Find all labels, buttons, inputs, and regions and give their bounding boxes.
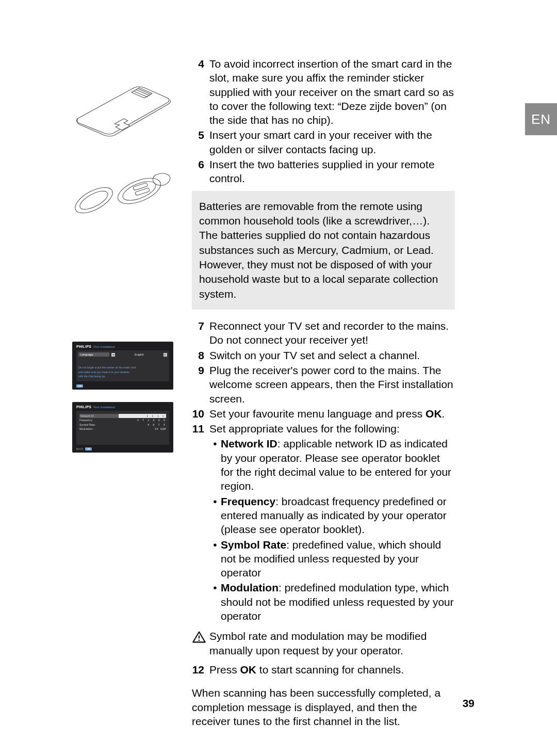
tv-param-value: 6 8 7 5 [119, 423, 166, 427]
svg-rect-4 [133, 183, 148, 190]
tv-screen-title: First Installation [93, 345, 115, 348]
step-number: 6 [192, 157, 209, 186]
step-number: 11 [192, 422, 209, 436]
step-text: Switch on your TV set and select a chann… [209, 348, 455, 362]
step-text: To avoid incorrect insertion of the smar… [209, 57, 455, 127]
tv-screen-title: First Installation [93, 406, 115, 409]
step-number: 12 [192, 663, 209, 677]
warning-text: Symbol rate and modulation may be modifi… [209, 629, 455, 657]
tv-ok-hint: OK [85, 447, 92, 451]
warning-icon [192, 629, 209, 648]
svg-point-7 [199, 640, 200, 641]
step-number: 7 [192, 319, 209, 347]
list-item: • Network ID: applicable network ID as i… [192, 437, 455, 493]
right-arrow-icon: ► [163, 353, 167, 357]
tv-param-value: 1 1 1 1 [119, 414, 166, 418]
svg-rect-5 [135, 188, 150, 196]
tv-screenshot-language: PHILIPS First Installation Language ◄ En… [72, 342, 173, 390]
tv-param-label: Network ID: [79, 414, 119, 418]
tv-screenshot-params: PHILIPS First Installation Network ID: 1… [72, 402, 173, 453]
list-item: • Modulation: predefined modulation type… [192, 581, 455, 623]
step-number: 8 [192, 348, 209, 362]
tv-brand: PHILIPS [76, 405, 91, 409]
tv-param-label: Frequency: [79, 418, 119, 422]
instruction-column: 4 To avoid incorrect insertion of the sm… [192, 57, 455, 728]
svg-point-1 [77, 187, 110, 213]
tv-note-line: with the chip facing up. [78, 375, 167, 378]
smartcard-illustration [72, 57, 175, 139]
closing-paragraph: When scanning has been successfully comp… [192, 686, 455, 728]
step-text: Reconnect your TV set and recorder to th… [209, 319, 455, 347]
step-text: Insert your smart card in your receiver … [209, 128, 455, 156]
tv-note-line: and make sure you insert it in your rece… [78, 371, 167, 374]
step-text: Set your favourite menu language and pre… [209, 407, 455, 421]
tv-param-value: 64 QAM [119, 427, 166, 431]
tv-back-hint: BACK [76, 447, 84, 451]
step-text: Insert the two batteries supplied in you… [209, 157, 455, 186]
tv-ok-hint: OK [76, 384, 83, 388]
tv-brand: PHILIPS [76, 345, 91, 348]
step-text: Set appropriate values for the following… [209, 422, 455, 436]
tv-param-value: 3 7 2 0 0 0 [119, 418, 166, 422]
step-number: 4 [192, 57, 209, 127]
tv-param-label: Symbol Rate: [79, 423, 119, 427]
step-text: Press OK to start scanning for channels. [209, 663, 455, 677]
step-text: Plug the receiver's power cord to the ma… [209, 363, 455, 406]
svg-point-0 [72, 182, 117, 218]
remote-batteries-illustration [72, 160, 175, 222]
tv-language-label: Language [78, 352, 109, 357]
tv-note-line: Do not forget to put the sticker on the … [78, 366, 167, 369]
tv-language-value: English [115, 353, 163, 356]
step-number: 10 [192, 407, 209, 421]
left-illustration-column: PHILIPS First Installation Language ◄ En… [72, 57, 186, 465]
step-number: 5 [192, 128, 209, 156]
list-item: • Frequency: broadcast frequency predefi… [192, 494, 455, 537]
left-arrow-icon: ◄ [111, 353, 115, 357]
page-number: 39 [463, 697, 474, 710]
battery-info-box: Batteries are removable from the remote … [192, 191, 455, 310]
list-item: • Symbol Rate: predefined value, which s… [192, 538, 455, 580]
tv-param-label: Modulation: [79, 427, 119, 431]
language-tab: EN [525, 103, 557, 135]
step-number: 9 [192, 363, 209, 406]
